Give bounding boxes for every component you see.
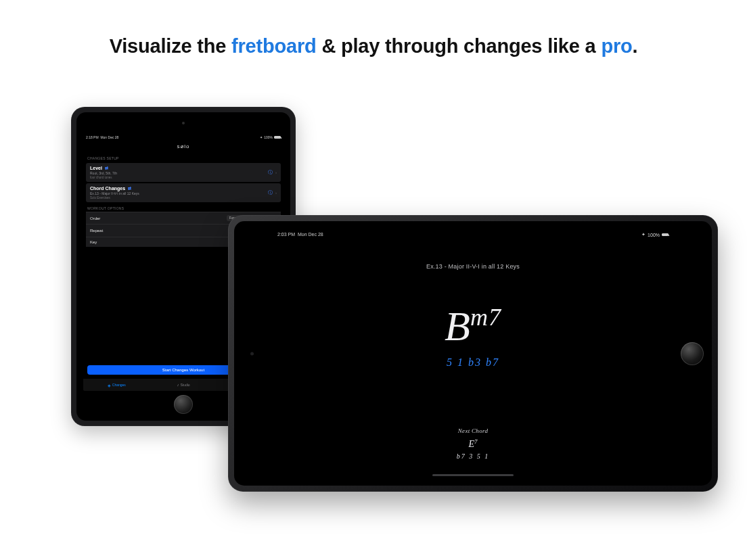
chevron-right-icon: ›	[275, 170, 277, 174]
current-chord: Bm7	[272, 305, 674, 347]
current-degrees: 5 1 b3 b7	[272, 356, 674, 369]
next-chord-label: Next Chord	[272, 427, 674, 434]
camera-icon	[182, 122, 185, 124]
status-bar: 2:03 PM Mon Dec 28 ✦ 100%	[272, 228, 674, 237]
next-degrees: b7 3 5 1	[272, 452, 674, 460]
tab-changes[interactable]: ◈Changes	[83, 379, 150, 391]
app-title: sølo	[83, 141, 284, 154]
level-row[interactable]: Level⇄ Root, 3rd, 5th, 7th four chord to…	[86, 163, 281, 182]
shuffle-icon: ⇄	[128, 186, 131, 191]
exercise-title: Ex.13 - Major II-V-I in all 12 Keys	[272, 263, 674, 270]
changes-icon: ◈	[108, 383, 111, 388]
status-bar: 2:18 PM Mon Dec 28 ✦ 100%	[83, 134, 284, 141]
marketing-headline: Visualize the fretboard & play through c…	[0, 0, 747, 57]
section-header-workout: WORKOUT OPTIONS	[83, 204, 284, 212]
tab-studio[interactable]: ♪Studio	[150, 379, 217, 391]
next-chord: E7	[272, 438, 674, 450]
info-icon[interactable]: ⓘ	[268, 169, 273, 176]
battery-icon	[274, 136, 281, 139]
landscape-screen: 2:03 PM Mon Dec 28 ✦ 100% Ex.13 - Major …	[272, 228, 674, 479]
ipad-landscape-device: 2:03 PM Mon Dec 28 ✦ 100% Ex.13 - Major …	[228, 215, 718, 492]
camera-icon	[250, 352, 254, 355]
shuffle-icon: ⇄	[105, 166, 108, 170]
chevron-right-icon: ›	[275, 191, 277, 195]
section-header-changes: CHANGES SETUP	[83, 154, 284, 162]
info-icon[interactable]: ⓘ	[268, 189, 273, 196]
home-button[interactable]	[174, 395, 193, 414]
battery-icon	[662, 233, 669, 236]
chord-changes-row[interactable]: Chord Changes⇄ Ex.13 - Major II-V-I in a…	[86, 183, 281, 202]
studio-icon: ♪	[177, 383, 179, 387]
home-indicator	[432, 474, 514, 476]
home-button[interactable]	[681, 342, 704, 365]
